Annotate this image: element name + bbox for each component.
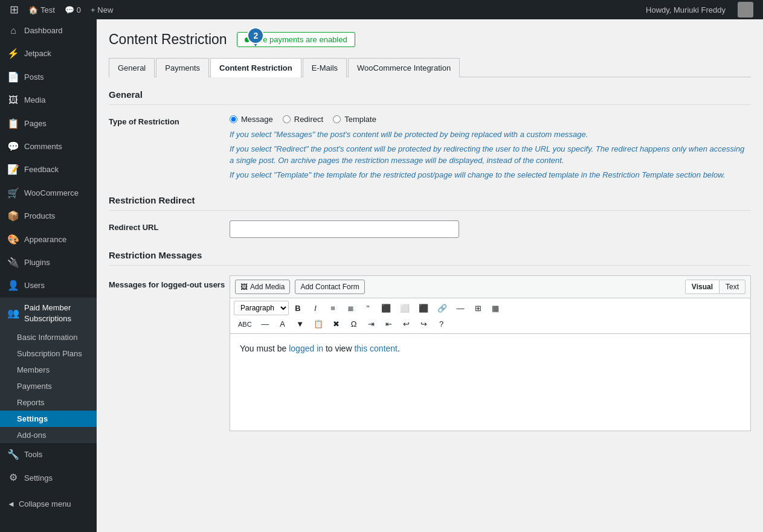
add-contact-label: Add Contact Form	[300, 283, 359, 291]
live-badge-text: Live payments are enabled	[253, 35, 347, 44]
sidebar-item-members[interactable]: Members	[0, 362, 97, 378]
sidebar-item-users[interactable]: 👤 Users	[0, 274, 97, 297]
editor-link-content[interactable]: this content	[354, 344, 398, 353]
view-text-button[interactable]: Text	[720, 280, 745, 294]
collapse-menu-button[interactable]: ◄ Collapse menu	[0, 495, 97, 513]
horizontal-rule-button[interactable]: —	[257, 317, 274, 331]
sidebar-item-plugins[interactable]: 🔌 Plugins	[0, 251, 97, 274]
table-button[interactable]: ▦	[487, 301, 504, 315]
appearance-icon: 🎨	[7, 233, 19, 246]
special-char-button[interactable]: Ω	[346, 317, 362, 331]
toolbar-toggle-button[interactable]: ⊞	[469, 301, 486, 315]
sidebar-item-settings-sub[interactable]: Settings	[0, 411, 97, 427]
outdent-button[interactable]: ⇤	[381, 317, 398, 331]
indent-button[interactable]: ⇥	[363, 317, 380, 331]
sidebar-label-settings: Settings	[24, 473, 53, 484]
blockquote-button[interactable]: "	[359, 301, 376, 315]
align-left-button[interactable]: ⬛	[377, 301, 395, 315]
site-name-button[interactable]: 🏠 Test	[24, 0, 60, 19]
wp-logo-button[interactable]: ⊞	[5, 0, 24, 19]
sidebar-item-woocommerce[interactable]: 🛒 WooCommerce	[0, 182, 97, 205]
redirect-url-input[interactable]	[230, 220, 459, 238]
desc-message: If you select "Messages" the post's cont…	[230, 129, 751, 141]
sidebar-item-basic-information[interactable]: Basic Information	[0, 329, 97, 345]
page-header: Content Restriction Live payments are en…	[109, 31, 751, 48]
undo-button[interactable]: ↩	[398, 317, 415, 331]
sidebar-item-subscription-plans[interactable]: Subscription Plans	[0, 345, 97, 362]
align-center-button[interactable]: ⬜	[396, 301, 414, 315]
radio-template[interactable]: Template	[333, 115, 376, 124]
sidebar-item-addons[interactable]: Add-ons	[0, 427, 97, 443]
add-media-button[interactable]: 🖼 Add Media	[235, 280, 290, 294]
restriction-type-group: Message Redirect Template	[230, 115, 751, 124]
radio-template-input[interactable]	[333, 115, 341, 123]
sidebar-item-comments[interactable]: 💬 Comments	[0, 135, 97, 158]
sidebar-item-products[interactable]: 📦 Products	[0, 205, 97, 228]
editor-view-toggle: Visual Text	[685, 280, 745, 294]
tools-icon: 🔧	[7, 448, 19, 461]
feedback-icon: 📝	[7, 163, 19, 176]
tab-content-restriction[interactable]: Content Restriction 2	[210, 58, 301, 77]
bold-button[interactable]: B	[289, 301, 306, 315]
sidebar-item-dashboard[interactable]: ⌂ Dashboard	[0, 19, 97, 42]
radio-redirect[interactable]: Redirect	[283, 115, 323, 124]
sidebar-item-reports[interactable]: Reports	[0, 394, 97, 411]
help-button[interactable]: ?	[433, 317, 450, 331]
radio-redirect-input[interactable]	[283, 115, 291, 123]
tab-payments[interactable]: Payments	[156, 58, 209, 77]
sidebar-item-jetpack[interactable]: ⚡ Jetpack	[0, 42, 97, 65]
sidebar-item-paid-member[interactable]: 👥 Paid Member Subscriptions	[0, 298, 97, 329]
tab-general[interactable]: General	[109, 58, 155, 77]
editor-wrapper: 🖼 Add Media Add Contact Form Visual Text	[230, 275, 751, 431]
comments-button[interactable]: 💬 0	[60, 0, 86, 19]
content-area: 1 Content Restriction Live payments are …	[97, 19, 763, 532]
sidebar-item-appearance[interactable]: 🎨 Appearance	[0, 228, 97, 251]
editor-link-logged-in[interactable]: logged in	[289, 344, 323, 353]
add-contact-button[interactable]: Add Contact Form	[295, 280, 364, 294]
color-dropdown-button[interactable]: ▼	[292, 317, 309, 331]
user-greeting[interactable]: Howdy, Muriuki Freddy	[641, 0, 730, 19]
editor-content-area[interactable]: You must be logged in to view this conte…	[230, 334, 750, 431]
sidebar-item-posts[interactable]: 📄 Posts	[0, 66, 97, 89]
site-name: Test	[40, 5, 55, 14]
users-icon: 👤	[7, 279, 19, 292]
strikethrough-button[interactable]: ABC	[234, 318, 256, 330]
sidebar-item-feedback[interactable]: 📝 Feedback	[0, 158, 97, 181]
desc-template: If you select "Template" the template fo…	[230, 169, 751, 181]
sidebar-item-payments[interactable]: Payments	[0, 378, 97, 394]
new-label: + New	[91, 5, 113, 14]
sidebar-item-settings[interactable]: ⚙ Settings	[0, 466, 97, 489]
user-avatar[interactable]	[733, 0, 758, 19]
sidebar-item-pages[interactable]: 📋 Pages	[0, 112, 97, 135]
text-color-button[interactable]: A	[274, 317, 291, 331]
settings-icon: ⚙	[7, 471, 19, 484]
radio-message-input[interactable]	[230, 115, 237, 123]
toolbar-row-2: ABC — A ▼ 📋 ✖ Ω ⇥ ⇤ ↩ ↪ ?	[234, 317, 747, 331]
redo-button[interactable]: ↪	[416, 317, 433, 331]
tab-emails[interactable]: E-Mails	[303, 58, 347, 77]
sidebar-item-media[interactable]: 🖼 Media	[0, 89, 97, 112]
plugins-icon: 🔌	[7, 256, 19, 269]
user-greeting-text: Howdy, Muriuki Freddy	[646, 5, 726, 14]
clear-formatting-button[interactable]: ✖	[328, 317, 345, 331]
add-media-label: Add Media	[250, 283, 285, 291]
editor-text-static: You must be	[240, 344, 289, 353]
view-visual-button[interactable]: Visual	[685, 280, 720, 294]
unordered-list-button[interactable]: ≡	[324, 301, 341, 315]
align-right-button[interactable]: ⬛	[414, 301, 433, 315]
tab-woocommerce[interactable]: WooCommerce Integration	[348, 58, 460, 77]
radio-message[interactable]: Message	[230, 115, 273, 124]
more-button[interactable]: —	[452, 301, 469, 315]
ordered-list-button[interactable]: ≣	[342, 301, 359, 315]
new-content-button[interactable]: + New	[86, 0, 118, 19]
link-button[interactable]: 🔗	[433, 301, 451, 315]
sidebar-label-feedback: Feedback	[24, 164, 59, 175]
collapse-arrow-icon: ◄	[7, 499, 15, 508]
paragraph-select[interactable]: Paragraph	[234, 301, 289, 315]
sidebar-item-tools[interactable]: 🔧 Tools	[0, 443, 97, 466]
messages-row: Messages for logged-out users 🖼 Add Medi…	[109, 275, 751, 431]
italic-button[interactable]: I	[307, 301, 324, 315]
sidebar-label-woocommerce: WooCommerce	[24, 188, 79, 199]
add-media-icon: 🖼	[240, 283, 248, 291]
paste-text-button[interactable]: 📋	[309, 317, 327, 331]
